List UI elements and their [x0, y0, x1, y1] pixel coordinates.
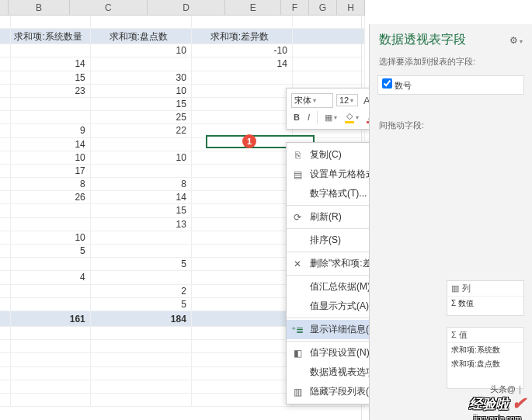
field-list[interactable]: 数号 — [377, 75, 524, 95]
format-cells-icon: ▤ — [291, 168, 304, 181]
bold-button[interactable]: B — [291, 112, 302, 123]
cell[interactable] — [11, 218, 90, 231]
drag-areas-label: 间拖动字段: — [370, 116, 532, 134]
cell[interactable] — [192, 85, 293, 97]
cell[interactable] — [192, 258, 293, 270]
cell[interactable] — [192, 204, 293, 217]
cell[interactable]: 10 — [11, 231, 90, 244]
border-icon[interactable]: ▦ — [322, 112, 339, 123]
cell[interactable] — [192, 231, 293, 244]
cell[interactable]: 8 — [11, 178, 90, 190]
cell[interactable]: 15 — [91, 204, 192, 217]
cell[interactable]: 13 — [91, 218, 192, 231]
col-header-a[interactable] — [0, 0, 9, 15]
cell[interactable]: 5 — [11, 245, 90, 257]
cell[interactable]: 9 — [11, 124, 90, 137]
columns-area-title: ▥列 — [447, 281, 523, 297]
annotation-badge-1: 1 — [242, 134, 256, 148]
pivot-field-pane: 数据透视表字段 ⚙ 选择要添加到报表的字段: 数号 间拖动字段: ▥列 Σ 数值… — [369, 24, 532, 420]
cell[interactable]: 10 — [91, 44, 192, 57]
cell[interactable] — [192, 178, 293, 190]
gear-icon[interactable]: ⚙ — [509, 35, 523, 46]
cell[interactable]: 23 — [11, 85, 90, 97]
total-c[interactable]: 184 — [91, 311, 192, 326]
cell[interactable]: 10 — [91, 151, 192, 164]
cell[interactable] — [192, 191, 293, 203]
table-row: 10-10 — [0, 44, 365, 57]
cell[interactable]: 26 — [11, 191, 90, 203]
cell[interactable] — [192, 165, 293, 177]
pivot-header-row: 求和项:系统数量 求和项:盘点数 求和项:差异数 — [0, 29, 365, 44]
total-b[interactable]: 161 — [11, 311, 90, 326]
cell[interactable]: -10 — [192, 44, 293, 57]
col-header-e[interactable]: E — [225, 0, 281, 15]
cell[interactable] — [192, 218, 293, 231]
cell[interactable] — [91, 231, 192, 244]
cell[interactable] — [192, 271, 293, 283]
col-header-c[interactable]: C — [70, 0, 148, 15]
cell[interactable] — [11, 98, 90, 110]
cell[interactable]: 15 — [11, 71, 90, 84]
values-area-item-2[interactable]: 求和项:盘点数 — [447, 357, 523, 371]
cell[interactable]: 8 — [91, 178, 192, 190]
cell[interactable] — [91, 271, 192, 283]
cell[interactable] — [11, 111, 90, 123]
col-header-b[interactable]: B — [9, 0, 70, 15]
cell[interactable]: 4 — [11, 271, 90, 283]
col-header-g[interactable]: G — [309, 0, 337, 15]
pane-subtitle: 选择要添加到报表的字段: — [370, 53, 532, 71]
cell[interactable] — [192, 71, 293, 84]
cell[interactable] — [192, 245, 293, 257]
field-checkbox[interactable]: 数号 — [382, 81, 412, 90]
italic-button[interactable]: I — [305, 112, 312, 123]
cell[interactable] — [11, 44, 90, 57]
cell[interactable] — [11, 298, 90, 311]
cell[interactable]: 14 — [91, 191, 192, 203]
cell[interactable] — [192, 298, 293, 311]
cell[interactable]: 17 — [11, 165, 90, 177]
cell[interactable]: 14 — [11, 57, 90, 70]
cell[interactable]: 10 — [11, 151, 90, 164]
cell[interactable] — [11, 204, 90, 217]
values-area-title: Σ 值 — [447, 328, 523, 343]
cell[interactable] — [91, 138, 192, 151]
cell[interactable]: 14 — [192, 57, 293, 70]
pivot-header-b[interactable]: 求和项:系统数量 — [11, 29, 90, 43]
col-header-f[interactable]: F — [281, 0, 309, 15]
font-size-select[interactable]: 12 — [336, 94, 358, 106]
cell[interactable] — [11, 258, 90, 270]
blank-row — [0, 16, 365, 29]
cell[interactable] — [91, 57, 192, 70]
hide-list-icon: ▥ — [291, 386, 304, 398]
total-d[interactable] — [192, 311, 293, 326]
cell[interactable] — [91, 165, 192, 177]
cell[interactable]: 5 — [91, 258, 192, 270]
pivot-header-c[interactable]: 求和项:盘点数 — [91, 29, 192, 43]
values-area[interactable]: Σ 值 求和项:系统数 求和项:盘点数 — [447, 327, 524, 389]
cell[interactable]: 2 — [91, 285, 192, 297]
cell[interactable]: 22 — [91, 124, 192, 137]
values-area-item-1[interactable]: 求和项:系统数 — [447, 343, 523, 357]
pivot-header-d[interactable]: 求和项:差异数 — [192, 29, 293, 43]
cell[interactable] — [192, 111, 293, 123]
cell[interactable]: 14 — [11, 138, 90, 151]
delete-icon: ✕ — [291, 258, 304, 270]
cell[interactable] — [91, 245, 192, 257]
cell[interactable] — [192, 285, 293, 297]
table-row: 1414 — [0, 57, 365, 71]
columns-area-item[interactable]: Σ 数值 — [447, 297, 523, 311]
column-headers: B C D E F G H — [0, 0, 365, 16]
cell[interactable]: 15 — [91, 98, 192, 110]
cell[interactable]: 5 — [91, 298, 192, 311]
cell[interactable] — [192, 151, 293, 164]
cell[interactable]: 10 — [91, 85, 192, 97]
cell[interactable] — [11, 285, 90, 297]
columns-area[interactable]: ▥列 Σ 数值 — [447, 280, 524, 316]
cell[interactable]: 30 — [91, 71, 192, 84]
font-select[interactable]: 宋体 — [291, 93, 333, 108]
fill-color-icon[interactable]: ◇ — [342, 110, 361, 124]
cell[interactable] — [192, 98, 293, 110]
show-detail-icon: ⁺≣ — [291, 324, 304, 336]
cell[interactable]: 25 — [91, 111, 192, 123]
col-header-d[interactable]: D — [148, 0, 225, 15]
